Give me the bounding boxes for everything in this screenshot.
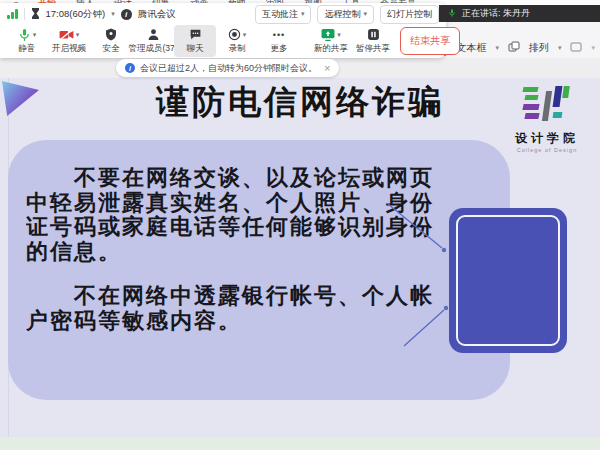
panel-inner-border [456,215,560,346]
chevron-down-icon[interactable]: ▾ [33,31,37,39]
record-label: 录制 [229,43,246,55]
bottom-strip [0,437,600,450]
ribbon-textbox-button[interactable]: 文本框 [456,41,486,55]
slide-control-button[interactable]: 幻灯片控制 [380,5,439,24]
remote-control-label: 远程控制 [324,8,360,21]
pause-share-label: 暂停共享 [356,43,390,55]
security-button[interactable]: 安全 [90,25,132,57]
chat-bubble-icon [189,27,202,42]
ribbon-arrange-button[interactable]: 排列 [529,41,549,55]
chevron-down-icon[interactable]: ▾ [591,44,595,52]
slide-control-label: 幻灯片控制 [387,8,432,21]
divider [24,8,25,20]
more-label: 更多 [271,43,288,55]
meeting-timer[interactable]: 17:08(60分钟) [46,8,106,21]
mute-label: 静音 [19,43,36,55]
meeting-toolbar-bottom-row: ▾ 静音 ▾ 开启视频 安全 管理成员( [0,25,446,57]
slide-paragraph-1: 不要在网络交谈、以及论坛或网页中轻易泄露真实姓名、个人照片、身份证号码或家庭电话… [26,166,434,266]
mute-button[interactable]: ▾ 静音 [6,25,48,57]
meeting-toolbar-top-row: 17:08(60分钟) ▾ i 腾讯会议 互动批注 ▾ 远程控制 ▾ 幻灯片控制 [0,3,446,25]
logo-title: 设计学院 [504,130,590,147]
pause-share-button[interactable]: 暂停共享 [352,25,394,57]
chevron-down-icon: ▾ [363,10,367,18]
annotate-label: 互动批注 [262,8,298,21]
screen: ▾ 开始 插入 设计 切换 动画 放映 审阅 视图 工具 会员专享 ▾ A 文本… [0,0,600,450]
security-label: 安全 [103,43,120,55]
chevron-down-icon[interactable]: ▾ [111,10,115,18]
more-button[interactable]: ••• 更多 [258,25,300,57]
slide-size-icon[interactable] [570,41,582,55]
end-share-button[interactable]: 结束共享 [400,27,460,55]
remote-control-button[interactable]: 远程控制 ▾ [317,5,374,24]
chevron-down-icon[interactable]: ▾ [495,44,499,52]
share-screen-icon: ▾ [321,27,341,42]
start-video-label: 开启视频 [52,43,86,55]
person-icon [147,27,160,42]
camera-off-icon: ▾ [59,27,80,42]
close-icon[interactable]: × [324,62,330,74]
manage-members-button[interactable]: 管理成员(37) [132,25,174,57]
blue-placeholder-panel [449,208,567,353]
new-share-label: 新的共享 [314,43,348,55]
meeting-app-name: 腾讯会议 [138,8,176,21]
pause-icon [367,27,380,42]
college-logo: 设计学院 College of Design [504,86,590,153]
slide-title: 谨防电信网络诈骗 [100,82,500,122]
record-icon: ▾ [228,27,247,42]
chevron-down-icon[interactable]: ▾ [76,31,80,39]
logo-subtitle: College of Design [504,147,590,153]
microphone-icon: ▾ [18,27,37,42]
new-share-button[interactable]: ▾ 新的共享 [310,25,352,57]
network-signal-icon [7,9,18,19]
speaking-text: 正在讲话: 朱丹丹 [462,7,530,20]
info-icon: i [121,9,132,20]
speaking-banner: 正在讲话: 朱丹丹 [439,5,600,22]
triangle-decoration [2,81,39,116]
slide-canvas: 谨防电信网络诈骗 设计学院 College of Design 不要在网络交谈、… [0,78,600,437]
record-button[interactable]: ▾ 录制 [216,25,258,57]
hourglass-icon [31,8,40,21]
chat-button[interactable]: 聊天 [174,25,216,57]
info-icon: i [125,63,135,73]
chevron-down-icon[interactable]: ▾ [337,31,341,39]
more-icon: ••• [273,27,285,42]
microphone-icon [448,8,456,20]
logo-glyph [523,86,571,126]
arrange-icon [508,41,520,55]
notification-text: 会议已超过2人，自动转为60分钟限时会议。 [140,62,317,75]
meeting-toolbar: 17:08(60分钟) ▾ i 腾讯会议 互动批注 ▾ 远程控制 ▾ 幻灯片控制… [0,3,446,58]
chevron-down-icon[interactable]: ▾ [558,44,562,52]
shield-icon [105,27,117,42]
chevron-down-icon[interactable]: ▾ [243,31,247,39]
manage-members-label: 管理成员(37) [128,43,177,55]
chevron-down-icon: ▾ [301,10,305,18]
chat-label: 聊天 [187,43,204,55]
start-video-button[interactable]: ▾ 开启视频 [48,25,90,57]
meeting-notification: i 会议已超过2人，自动转为60分钟限时会议。 × [116,59,339,77]
annotate-button[interactable]: 互动批注 ▾ [255,5,312,24]
slide-paragraph-2: 不在网络中透露银行帐号、个人帐户密码等敏感内容。 [26,284,434,336]
